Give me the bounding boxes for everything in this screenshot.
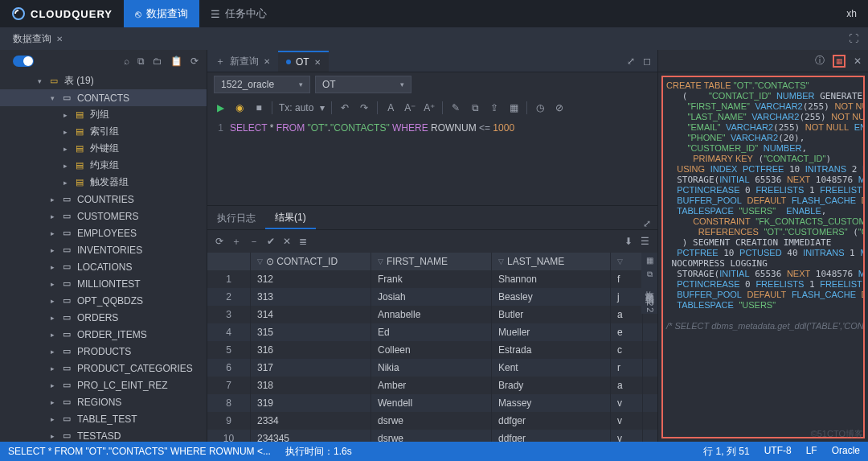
tree-item[interactable]: ▸▤外键组 [0, 140, 207, 157]
expand-icon[interactable]: ⤢ [627, 56, 635, 67]
tree-item[interactable]: ▸▭INVENTORIES [0, 241, 207, 258]
tree-item[interactable]: ▸▭PRODUCT_CATEGORIES [0, 360, 207, 377]
chevron-down-icon[interactable]: ▾ [320, 102, 325, 113]
table-row[interactable]: 3314AnnabelleButlera [207, 306, 657, 323]
cell[interactable]: 234345 [251, 430, 371, 442]
vertical-tabs[interactable]: ▦⧉ 恢复编辑 322 [641, 253, 657, 314]
tree-item[interactable]: ▸▭TESTASD [0, 427, 207, 442]
collapse-icon[interactable]: ◻ [643, 56, 651, 67]
cell[interactable]: v [611, 394, 643, 412]
copy-icon[interactable]: ⧉ [137, 56, 145, 67]
cell[interactable]: 314 [251, 306, 371, 323]
connection-dropdown[interactable]: 1522_oracle▾ [214, 76, 310, 93]
user-label[interactable]: xh [846, 8, 868, 19]
cell[interactable]: 317 [251, 359, 371, 377]
tree-item[interactable]: ▸▤索引组 [0, 123, 207, 140]
cell[interactable]: v [611, 430, 643, 442]
sub-tab-query[interactable]: 数据查询 ✕ [5, 27, 71, 50]
x-icon[interactable]: ✕ [283, 236, 291, 247]
upload-icon[interactable]: ⇪ [488, 102, 501, 113]
list-icon[interactable]: ≣ [299, 236, 307, 247]
grid-icon[interactable]: ▦ [507, 102, 520, 113]
tree-item[interactable]: ▸▤约束组 [0, 157, 207, 174]
col-header[interactable]: ▽⊙ CONTACT_ID [251, 253, 371, 270]
col-header[interactable]: ▽LAST_NAME [492, 253, 611, 270]
table-row[interactable]: 2313JosiahBeasleyj [207, 288, 657, 306]
cell[interactable]: Colleen [371, 341, 492, 359]
tree-item[interactable]: ▸▭PRODUCTS [0, 343, 207, 360]
tx-label[interactable]: Tx: auto [279, 102, 313, 113]
cell[interactable]: 319 [251, 394, 371, 412]
tree-item[interactable]: ▸▭TABLE_TEST [0, 410, 207, 427]
tree-item[interactable]: ▸▤触发器组 [0, 174, 207, 191]
top-nav-item[interactable]: ☰任务中心 [199, 0, 278, 27]
tree-item[interactable]: ▸▭ORDERS [0, 309, 207, 326]
clipboard-icon[interactable]: 📋 [170, 56, 182, 67]
cell[interactable]: 316 [251, 341, 371, 359]
tree-item[interactable]: ▸▭PRO_LC_EINT_REZ [0, 377, 207, 393]
minus-icon[interactable]: － [249, 235, 259, 249]
cell[interactable]: Shannon [492, 270, 611, 288]
cell[interactable]: j [611, 288, 643, 306]
cell[interactable]: Nikia [371, 359, 492, 377]
cell[interactable]: Estrada [492, 341, 611, 359]
cell[interactable]: f [611, 270, 643, 288]
copy-icon[interactable]: ⧉ [469, 102, 481, 113]
cell[interactable]: Frank [371, 270, 492, 288]
check-icon[interactable]: ✔ [267, 236, 275, 247]
schema-dropdown[interactable]: OT▾ [315, 76, 411, 93]
close-icon[interactable]: ✕ [314, 58, 321, 67]
folder-icon[interactable]: 🗀 [153, 56, 162, 67]
tree-item[interactable]: ▸▭EMPLOYEES [0, 224, 207, 241]
cell[interactable]: dsrwe [371, 412, 492, 430]
doc-icon[interactable]: ✎ [449, 102, 462, 113]
cell[interactable]: 2334 [251, 412, 371, 430]
filter-icon[interactable]: ▽ [498, 257, 504, 265]
play-icon[interactable]: ▶ [214, 102, 227, 113]
filter-icon[interactable]: ▽ [257, 257, 263, 265]
cell[interactable]: Josiah [371, 288, 492, 306]
tree-item[interactable]: ▸▭ORDER_ITEMS [0, 326, 207, 343]
search-icon[interactable]: ⌕ [124, 56, 129, 67]
cell[interactable]: 318 [251, 377, 371, 394]
cell[interactable]: Beasley [492, 288, 611, 306]
tree-item[interactable]: ▸▭REGIONS [0, 393, 207, 410]
tree-item[interactable]: ▸▭OPT_QQBDZS [0, 292, 207, 309]
cell[interactable]: Annabelle [371, 306, 492, 323]
editor-tab[interactable]: OT✕ [278, 51, 329, 72]
close-icon[interactable]: ✕ [264, 57, 270, 66]
download-icon[interactable]: ⬇ [624, 236, 633, 247]
result-tab[interactable]: 结果(1) [265, 207, 316, 229]
cell[interactable]: Brady [492, 377, 611, 394]
stop-icon[interactable]: ■ [252, 102, 265, 113]
cell[interactable]: v [611, 412, 643, 430]
info-icon[interactable]: ⓘ [815, 54, 825, 68]
table-row[interactable]: 92334dsrweddfgerv [207, 412, 657, 430]
cell[interactable]: 312 [251, 270, 371, 288]
col-index[interactable] [207, 253, 251, 270]
editor-tab[interactable]: ＋新查询✕ [207, 51, 278, 72]
undo-icon[interactable]: ↶ [338, 102, 351, 113]
close-icon[interactable]: ✕ [854, 56, 862, 67]
table-row[interactable]: 7318AmberBradya [207, 377, 657, 394]
cell[interactable]: c [611, 341, 643, 359]
tree-item[interactable]: ▾▭表 (19) [0, 72, 207, 89]
tree-item[interactable]: ▸▭CUSTOMERS [0, 208, 207, 224]
text-a-icon[interactable]: A [384, 102, 397, 113]
cell[interactable]: ddfger [492, 430, 611, 442]
record-icon[interactable]: ◉ [233, 102, 246, 113]
toggle-switch[interactable] [13, 56, 34, 67]
menu-icon[interactable]: ☰ [641, 236, 649, 247]
cell[interactable]: Massey [492, 394, 611, 412]
top-nav-item[interactable]: ⎋数据查询 [124, 0, 199, 27]
refresh-icon[interactable]: ⟳ [215, 236, 223, 247]
cell[interactable]: Wendell [371, 394, 492, 412]
table-row[interactable]: 4315EdMuellere [207, 323, 657, 341]
cell[interactable]: Butler [492, 306, 611, 323]
cell[interactable]: Amber [371, 377, 492, 394]
tree-item[interactable]: ▾▭CONTACTS [0, 89, 207, 106]
tree-item[interactable]: ▸▭MILLIONTEST [0, 275, 207, 292]
table-row[interactable]: 5316ColleenEstradac [207, 341, 657, 359]
table-row[interactable]: 8319WendellMasseyv [207, 394, 657, 412]
cell[interactable]: ddfger [492, 412, 611, 430]
